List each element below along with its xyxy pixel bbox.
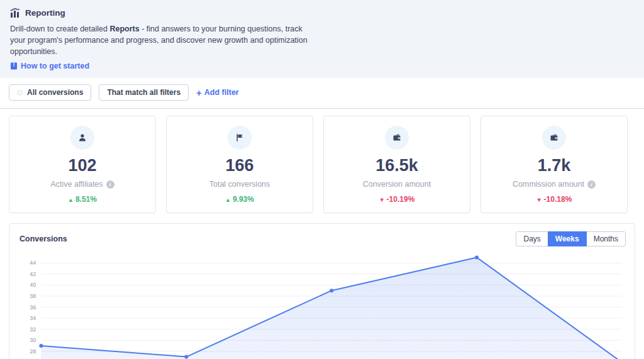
user-icon [70, 126, 94, 150]
stat-card-commission-amount: 1.7k Commission amount i ▼-10.18% [480, 116, 628, 213]
toggle-weeks-button[interactable]: Weeks [548, 231, 587, 246]
stat-card-active-affiliates: 102 Active affiliates i ▲8.51% [9, 116, 156, 213]
svg-text:44: 44 [30, 260, 36, 267]
svg-text:32: 32 [30, 326, 36, 333]
svg-text:38: 38 [30, 293, 36, 299]
page-title: Reporting [25, 8, 65, 18]
flag-icon [228, 126, 252, 150]
stat-value: 16.5k [330, 156, 464, 175]
all-conversions-button[interactable]: All conversions [9, 84, 91, 101]
radio-circle-icon [17, 90, 23, 96]
match-all-filters-button[interactable]: That match all filters [99, 84, 189, 101]
toggle-months-button[interactable]: Months [586, 231, 626, 246]
how-to-get-started-label: How to get started [21, 62, 89, 70]
conversions-line-chart: 26283032343638404244Mar 05Mar 12Mar 19Ma… [9, 248, 635, 359]
all-conversions-label: All conversions [27, 88, 83, 97]
svg-text:28: 28 [30, 348, 36, 355]
stat-trend: ▲8.51% [16, 195, 149, 204]
chart-svg: 26283032343638404244Mar 05Mar 12Mar 19Ma… [14, 249, 630, 359]
plus-icon: + [196, 88, 202, 97]
trend-down-icon: ▼ [536, 197, 542, 203]
info-icon[interactable]: i [106, 180, 114, 189]
stat-trend: ▼-10.18% [487, 195, 621, 204]
stat-card-conversion-amount: 16.5k Conversion amount ▼-10.19% [323, 116, 470, 213]
chart-title: Conversions [19, 235, 67, 243]
svg-text:30: 30 [30, 338, 36, 344]
stat-trend: ▼-10.19% [330, 195, 464, 204]
trend-up-icon: ▲ [68, 197, 74, 203]
stat-label: Conversion amount [330, 180, 464, 189]
stat-label: Commission amount i [487, 180, 621, 189]
stat-label: Total conversions [173, 180, 306, 189]
period-toggle: Days Weeks Months [516, 231, 626, 246]
svg-text:36: 36 [30, 304, 36, 311]
bar-chart-icon [10, 8, 21, 18]
wallet-icon [385, 126, 409, 150]
toggle-days-button[interactable]: Days [516, 231, 548, 246]
page-header: Reporting Drill-down to create detailed … [0, 0, 644, 78]
page-description: Drill-down to create detailed Reports - … [10, 23, 314, 57]
conversions-chart-card: Conversions Days Weeks Months 2628303234… [9, 223, 635, 359]
svg-text:34: 34 [30, 316, 36, 322]
trend-up-icon: ▲ [225, 197, 231, 203]
match-all-filters-label: That match all filters [107, 88, 180, 97]
book-icon [10, 62, 18, 70]
stat-value: 1.7k [487, 156, 621, 175]
stat-value: 166 [173, 156, 306, 175]
info-icon[interactable]: i [587, 180, 596, 189]
stat-label: Active affiliates i [16, 180, 149, 189]
add-filter-label: Add filter [204, 88, 239, 97]
trend-down-icon: ▼ [379, 197, 385, 203]
stat-value: 102 [16, 156, 149, 175]
stat-card-total-conversions: 166 Total conversions ▲9.93% [166, 116, 313, 213]
add-filter-button[interactable]: + Add filter [196, 88, 239, 97]
svg-text:42: 42 [30, 271, 36, 277]
stats-row: 102 Active affiliates i ▲8.51% 166 Total… [9, 116, 628, 213]
stat-trend: ▲9.93% [173, 195, 306, 204]
how-to-get-started-link[interactable]: How to get started [10, 62, 634, 70]
wallet-icon [542, 126, 566, 150]
svg-text:40: 40 [30, 282, 36, 289]
filter-bar: All conversions That match all filters +… [0, 78, 644, 109]
